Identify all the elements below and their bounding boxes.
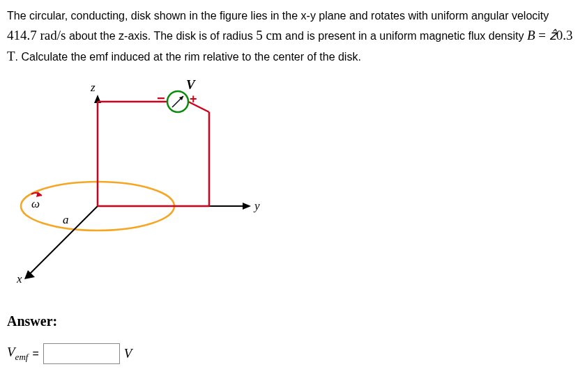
V-label: V <box>186 77 196 92</box>
plus-sign: + <box>190 92 197 106</box>
answer-equals: = <box>32 347 38 360</box>
a-label: a <box>63 213 69 226</box>
z-hat: ẑ <box>549 28 556 42</box>
z-label: z <box>90 81 96 94</box>
equals-sign: = <box>535 28 549 42</box>
emf-input[interactable] <box>43 343 120 364</box>
answer-variable: Vemf <box>7 345 28 363</box>
B-variable: B <box>527 28 535 42</box>
answer-heading: Answer: <box>7 313 580 329</box>
problem-text-2: about the z-axis. The disk is of radius <box>66 30 256 42</box>
minus-sign: − <box>157 91 165 106</box>
answer-unit: V <box>124 346 132 361</box>
problem-text-1: The circular, conducting, disk shown in … <box>7 10 549 22</box>
radius-value: 5 cm <box>256 28 282 42</box>
omega-label: ω <box>31 197 40 210</box>
x-axis-arrowhead <box>24 270 35 279</box>
answer-section: Answer: Vemf = V <box>7 313 580 364</box>
angular-velocity-value: 414.7 rad/s <box>7 28 66 42</box>
x-label: x <box>16 272 22 285</box>
y-axis-arrowhead <box>243 203 251 210</box>
problem-statement: The circular, conducting, disk shown in … <box>7 7 580 67</box>
diagram-svg: ω a z y x V + − <box>7 74 272 297</box>
problem-text-4: . Calculate the emf induced at the rim r… <box>15 51 361 63</box>
problem-text-3: and is present in a uniform magnetic flu… <box>282 30 527 42</box>
answer-input-row: Vemf = V <box>7 343 580 364</box>
y-label: y <box>253 199 260 212</box>
figure: ω a z y x V + − <box>7 74 580 299</box>
